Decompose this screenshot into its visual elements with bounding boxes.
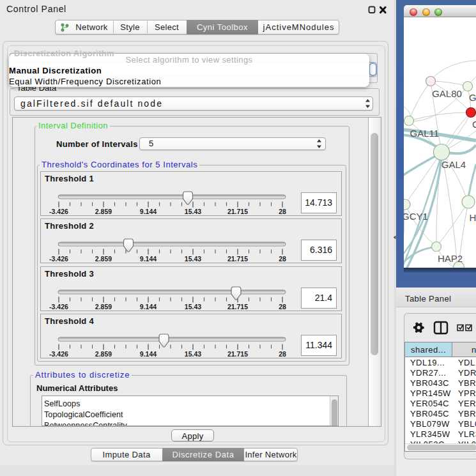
svg-text:28: 28 [279,255,286,263]
svg-text:9.144: 9.144 [140,350,157,358]
svg-text:H: H [470,212,476,223]
svg-text:28: 28 [279,350,286,358]
svg-text:9.144: 9.144 [140,208,157,215]
svg-text:2.859: 2.859 [95,255,112,263]
svg-text:2.859: 2.859 [95,350,112,358]
svg-text:15.43: 15.43 [185,350,201,358]
svg-text:15.43: 15.43 [185,208,201,215]
svg-text:-3.426: -3.426 [49,350,68,358]
svg-text:GA: GA [469,92,476,103]
svg-text:GAL4: GAL4 [441,159,466,170]
svg-text:15.43: 15.43 [185,255,201,263]
svg-text:21.715: 21.715 [227,255,248,263]
svg-text:21.715: 21.715 [227,350,248,358]
svg-text:-3.426: -3.426 [49,303,68,311]
svg-text:28: 28 [279,303,286,311]
svg-text:C: C [472,119,476,130]
svg-text:21.715: 21.715 [227,303,248,311]
svg-text:28: 28 [279,208,286,215]
svg-text:2.859: 2.859 [95,303,112,311]
svg-text:9.144: 9.144 [140,255,157,263]
svg-text:HAP2: HAP2 [438,253,463,264]
svg-text:GAL11: GAL11 [410,128,440,139]
svg-text:9.144: 9.144 [140,303,157,311]
svg-text:15.43: 15.43 [185,303,201,311]
svg-text:GAL80: GAL80 [432,88,462,99]
svg-text:-3.426: -3.426 [49,255,68,263]
svg-text:2.859: 2.859 [95,208,112,215]
svg-text:GCY1: GCY1 [404,211,428,222]
svg-text:-3.426: -3.426 [49,208,68,215]
svg-text:21.715: 21.715 [227,208,248,215]
